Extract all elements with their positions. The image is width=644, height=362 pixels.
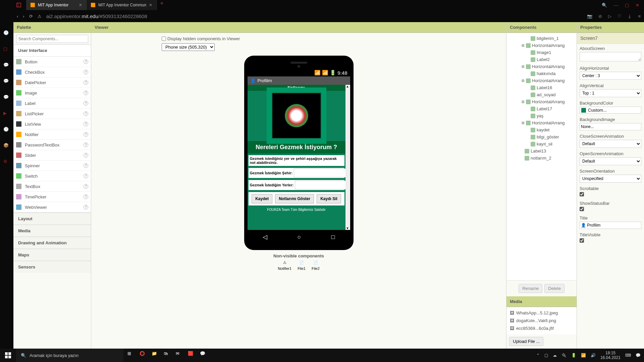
forward-icon[interactable]: › [23,14,24,19]
nv-notifier1[interactable]: ⚠Notifier1 [278,260,291,270]
address-bar[interactable]: ai2.appinventor.mit.edu/#509313246022860… [46,13,147,19]
tab-community[interactable]: 🟧 MIT App Inventor Commun ✕ [87,0,157,10]
align-horizontal-select[interactable]: Center : 3 [580,72,641,80]
help-icon[interactable]: ? [84,163,88,168]
notes-heading[interactable]: Notlarım: [248,85,345,91]
minimize-icon[interactable]: — [614,3,618,8]
help-icon[interactable]: ? [84,101,88,106]
help-icon[interactable]: ? [84,122,88,126]
cube-icon[interactable]: 📦 [3,143,10,149]
battery-tray-icon[interactable]: 🔋 [571,353,576,358]
help-icon[interactable]: ? [84,205,88,209]
upload-file-button[interactable]: Upload File ... [509,337,543,346]
tray-up-icon[interactable]: ⌃ [536,353,540,358]
volume-icon[interactable]: 🔊 [591,353,596,358]
save-button[interactable]: Kaydet [252,194,272,203]
tree-item-horizontalarrang[interactable]: ⊟HorizontalArrang [507,63,576,70]
tray-hidden-icon[interactable]: ▢ [544,353,548,358]
scrollable-checkbox[interactable] [580,192,584,196]
city-input[interactable] [294,169,350,177]
home-nav-icon[interactable]: ○ [298,234,301,241]
palette-item-slider[interactable]: Slider? [13,150,91,161]
city-input-row[interactable]: Gezmek İstediğim Şehir: [248,167,345,179]
tree-item-label17[interactable]: Label17 [507,105,576,112]
palette-item-listpicker[interactable]: ListPicker? [13,109,91,119]
tree-item-yaş[interactable]: yaş [507,112,576,119]
new-tab-button[interactable]: + [157,0,167,10]
task-view-icon[interactable]: ⊞ [127,351,136,360]
rename-button[interactable]: Rename [519,284,542,293]
twitch-icon[interactable]: 💬 [3,62,10,69]
palette-item-notifier[interactable]: Notifier? [13,129,91,140]
tree-item-notlarım_2[interactable]: notlarım_2 [507,155,576,162]
show-notes-button[interactable]: Notlarımı Göster [275,194,314,203]
palette-item-switch[interactable]: Switch? [13,171,91,181]
download-icon[interactable]: ⭳ [628,14,632,19]
palette-item-passwordtextbox[interactable]: PasswordTextBox? [13,140,91,150]
ime-icon[interactable]: ⌨ [625,353,631,358]
image-container[interactable] [248,91,345,140]
help-icon[interactable]: ? [84,194,88,199]
scrollbar[interactable] [345,85,350,230]
tree-item-horizontalarrang[interactable]: ⊟HorizontalArrang [507,77,576,84]
snapshot-icon[interactable]: 📷 [587,14,592,19]
help-icon[interactable]: ? [84,174,88,178]
site-info-icon[interactable]: ⚠ [38,14,42,19]
category-user-interface[interactable]: User Interface [13,44,91,57]
category-maps[interactable]: Maps [13,249,91,261]
tree-item-kayıt_sil[interactable]: kayıt_sil [507,140,576,147]
adblock-icon[interactable]: ⊘ [598,14,602,19]
gear-icon[interactable]: ⚙ [3,159,10,166]
tree-item-image1[interactable]: Image1 [507,49,576,56]
messenger-icon[interactable]: 💬 [3,78,10,85]
collapse-icon[interactable]: ⊟ [521,100,525,104]
show-statusbar-checkbox[interactable] [580,207,584,211]
wifi-tray-icon[interactable]: 📶 [581,353,586,358]
close-icon[interactable]: ✕ [149,3,152,7]
discord-icon[interactable]: 💬 [200,351,209,360]
usb-icon[interactable]: 🔌 [561,353,567,358]
recent-nav-icon[interactable]: □ [331,234,335,241]
help-icon[interactable]: ? [84,153,88,158]
help-icon[interactable]: ? [84,132,88,137]
orientation-select[interactable]: Unspecified [580,175,641,183]
palette-item-spinner[interactable]: Spinner? [13,161,91,171]
category-media[interactable]: Media [13,225,91,237]
help-icon[interactable]: ? [84,184,88,189]
explorer-icon[interactable]: 📁 [152,351,160,360]
palette-item-webviewer[interactable]: WebViewer? [13,202,91,213]
help-icon[interactable]: ? [84,111,88,116]
tree-item-horizontalarrang[interactable]: ⊟HorizontalArrang [507,98,576,105]
places-input[interactable] [295,181,350,189]
help-icon[interactable]: ? [84,80,88,85]
opera-taskbar-icon[interactable]: ⭕ [140,351,148,360]
clock2-icon[interactable]: 🕑 [3,127,10,133]
close-window-icon[interactable]: ✕ [636,3,639,8]
title-input[interactable] [580,222,641,229]
palette-search-input[interactable] [16,35,88,43]
play-icon[interactable]: ▶ [3,111,10,117]
clock-icon[interactable]: 🕐 [3,30,10,37]
category-drawing-and-animation[interactable]: Drawing and Animation [13,237,91,249]
collapse-icon[interactable]: ⊟ [521,79,525,82]
bg-image-input[interactable] [580,123,641,130]
history-icon[interactable]: ▢ [3,46,10,53]
store-icon[interactable]: 🛍 [164,351,172,360]
palette-item-checkbox[interactable]: CheckBox? [13,67,91,77]
tree-item-horizontalarrang[interactable]: ⊟HorizontalArrang [507,42,576,49]
phone-size-select[interactable]: Phone size (505,320) [162,43,215,51]
tree-item-label16[interactable]: Label16 [507,84,576,91]
start-button[interactable] [0,349,16,362]
tree-item-bilgi_göster[interactable]: bilgi_göster [507,133,576,140]
media-item[interactable]: 🖼WhatsApp...5.12.jpeg [510,309,573,317]
help-icon[interactable]: ? [84,142,88,147]
whatsapp-icon[interactable]: 💬 [3,95,10,101]
back-icon[interactable]: ‹ [17,14,18,19]
sidebar-toggle-icon[interactable] [16,2,21,8]
palette-item-image[interactable]: Image? [13,88,91,98]
reload-icon[interactable]: ⟳ [29,14,33,19]
collapse-icon[interactable]: ⊟ [521,44,525,47]
tab-app-inventor[interactable]: 🟧 MIT App Inventor ✕ [26,0,87,10]
tree-item-label2[interactable]: Label2 [507,56,576,63]
help-icon[interactable]: ? [84,90,88,95]
